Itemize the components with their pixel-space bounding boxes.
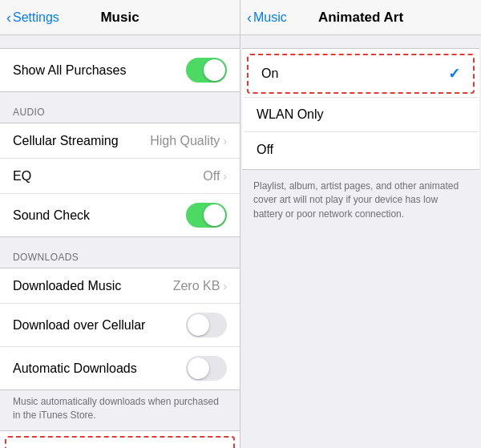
option-on-row[interactable]: On ✓ xyxy=(247,54,475,94)
sound-check-label: Sound Check xyxy=(13,208,90,223)
chevron-right-icon: › xyxy=(223,170,227,183)
downloads-card: Downloaded Music Zero KB › Download over… xyxy=(0,268,240,390)
music-back-button[interactable]: ‹ Music xyxy=(247,10,287,25)
automatic-downloads-label: Automatic Downloads xyxy=(13,361,137,376)
chevron-left-icon: ‹ xyxy=(6,10,11,25)
animated-art-row[interactable]: Animated Art On › xyxy=(5,436,235,448)
animated-art-section: Animated Art On › xyxy=(0,430,240,448)
downloaded-music-row[interactable]: Downloaded Music Zero KB › xyxy=(0,268,240,304)
show-all-purchases-label: Show All Purchases xyxy=(13,63,126,78)
cellular-streaming-label: Cellular Streaming xyxy=(13,134,119,148)
option-off-label: Off xyxy=(257,143,273,157)
downloaded-music-value: Zero KB › xyxy=(173,279,227,293)
chevron-right-icon: › xyxy=(223,280,227,293)
right-page-title: Animated Art xyxy=(318,10,403,26)
left-nav-header: ‹ Settings Music xyxy=(0,0,240,35)
sound-check-toggle[interactable] xyxy=(186,203,227,228)
eq-value: Off › xyxy=(203,169,227,184)
option-wlan-only-label: WLAN Only xyxy=(257,107,324,122)
downloads-section: DOWNLOADS Downloaded Music Zero KB › Dow… xyxy=(0,237,240,430)
audio-section-header: AUDIO xyxy=(0,92,240,123)
right-nav-header: ‹ Music Animated Art xyxy=(240,0,481,35)
checkmark-icon: ✓ xyxy=(448,65,460,83)
options-outer: On ✓ WLAN Only Off xyxy=(242,48,479,170)
eq-label: EQ xyxy=(13,169,31,184)
automatic-downloads-toggle[interactable] xyxy=(186,356,227,381)
toggle-thumb xyxy=(188,314,209,336)
toggle-thumb xyxy=(204,204,225,226)
right-panel: ‹ Music Animated Art On ✓ WLAN Only Off … xyxy=(240,0,481,448)
option-wlan-only-row[interactable]: WLAN Only xyxy=(244,97,478,132)
cellular-streaming-row[interactable]: Cellular Streaming High Quality › xyxy=(0,123,240,159)
option-off-row[interactable]: Off xyxy=(244,132,478,167)
animated-art-options-wrapper: On ✓ WLAN Only Off xyxy=(240,48,481,170)
back-label: Settings xyxy=(13,10,59,25)
download-over-cellular-label: Download over Cellular xyxy=(13,318,145,333)
sound-check-row[interactable]: Sound Check xyxy=(0,194,240,236)
purchases-section: Show All Purchases xyxy=(0,48,240,92)
settings-back-button[interactable]: ‹ Settings xyxy=(6,10,59,25)
show-all-purchases-toggle[interactable] xyxy=(186,58,227,83)
back-label: Music xyxy=(253,10,287,25)
audio-card: Cellular Streaming High Quality › EQ Off… xyxy=(0,123,240,237)
automatic-downloads-row[interactable]: Automatic Downloads xyxy=(0,347,240,389)
audio-section: AUDIO Cellular Streaming High Quality › … xyxy=(0,92,240,237)
eq-row[interactable]: EQ Off › xyxy=(0,159,240,194)
download-over-cellular-toggle[interactable] xyxy=(186,313,227,337)
chevron-right-icon: › xyxy=(223,135,227,147)
option-on-label: On xyxy=(261,67,278,81)
left-panel: ‹ Settings Music Show All Purchases AUDI… xyxy=(0,0,240,448)
downloaded-music-label: Downloaded Music xyxy=(13,279,121,293)
animated-art-right-note: Playlist, album, artist pages, and other… xyxy=(240,173,481,229)
chevron-left-icon: ‹ xyxy=(247,10,252,25)
downloads-note: Music automatically downloads when purch… xyxy=(0,390,240,430)
toggle-thumb xyxy=(204,59,225,81)
download-over-cellular-row[interactable]: Download over Cellular xyxy=(0,304,240,347)
toggle-thumb xyxy=(188,357,209,379)
page-title: Music xyxy=(100,10,139,26)
downloads-section-header: DOWNLOADS xyxy=(0,237,240,268)
cellular-streaming-value: High Quality › xyxy=(150,134,227,148)
show-all-purchases-row[interactable]: Show All Purchases xyxy=(0,49,240,91)
